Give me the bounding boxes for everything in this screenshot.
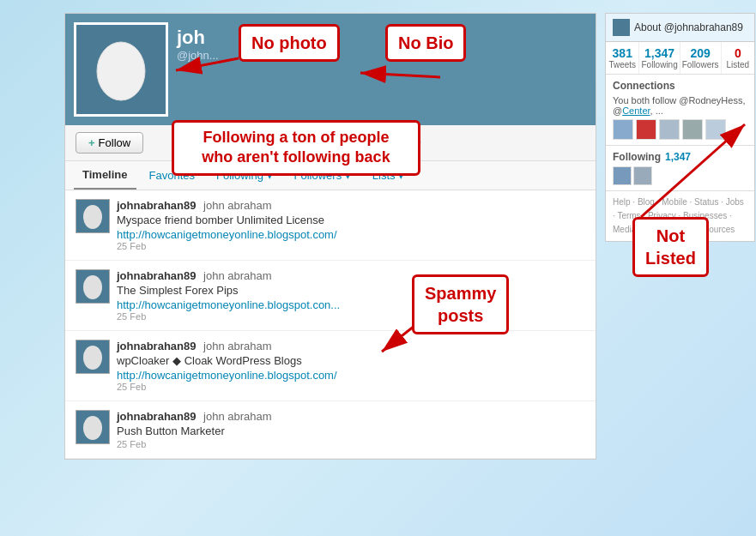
listed-label: Listed: [723, 60, 753, 69]
tweets-label: Tweets: [608, 60, 637, 69]
profile-avatar: [74, 22, 168, 117]
tweet-text: Myspace friend bomber Unlimited License: [117, 214, 585, 226]
tab-timeline[interactable]: Timeline: [74, 161, 136, 190]
following-count: 1,347: [641, 46, 677, 60]
annotation-following-ton: Following a ton of peoplewho aren't foll…: [172, 120, 420, 176]
follow-button[interactable]: + Follow: [76, 132, 143, 154]
tweets-count: 381: [608, 46, 637, 60]
annotation-no-photo: No photo: [239, 24, 340, 62]
svg-point-3: [83, 346, 102, 370]
tweet-link[interactable]: http://howcanigetmoneyonline.blogspot.co…: [117, 228, 585, 241]
conn-avatar-5: [705, 119, 726, 140]
stats-row: 381 Tweets 1,347 Following 209 Followers…: [606, 42, 754, 75]
tweet-content: johnabrahan89 john abraham Push Button M…: [117, 410, 585, 449]
tweet-content: johnabrahan89 john abraham The Simplest …: [117, 269, 585, 322]
tweet-item: johnabrahan89 john abraham wpCloaker ◆ C…: [65, 331, 596, 401]
tweet-avatar: [76, 410, 110, 444]
following-title: Following 1,347: [613, 151, 747, 163]
conn-avatar-4: [682, 119, 703, 140]
tweet-egg-icon: [81, 202, 105, 230]
svg-point-1: [83, 205, 102, 229]
connections-avatars: [613, 119, 747, 140]
followers-count: 209: [682, 46, 719, 60]
svg-point-2: [83, 275, 102, 299]
tweet-link[interactable]: http://howcanigetmoneyonline.blogspot.co…: [117, 298, 585, 311]
tweet-egg-icon: [81, 273, 105, 300]
annotation-spammy: Spammyposts: [412, 274, 509, 334]
tweet-item: johnabrahan89 john abraham Myspace frien…: [65, 190, 596, 261]
tweet-text: Push Button Marketer: [117, 425, 585, 437]
tweet-content: johnabrahan89 john abraham wpCloaker ◆ C…: [117, 340, 585, 392]
annotation-no-bio: No Bio: [385, 24, 466, 62]
tweet-date: 25 Feb: [117, 241, 585, 251]
fol-avatar: [633, 166, 652, 185]
tweet-egg-icon: [81, 343, 105, 370]
stat-listed: 0 Listed: [722, 42, 754, 74]
conn-avatar-2: [636, 119, 656, 140]
following-sidebar-count: 1,347: [665, 151, 691, 163]
tweet-date: 25 Feb: [117, 311, 585, 322]
right-sidebar: About @johnabrahan89 381 Tweets 1,347 Fo…: [605, 13, 755, 242]
connections-title: Connections: [613, 80, 747, 92]
svg-point-0: [97, 42, 145, 100]
twitter-profile-page: joh @john... + Follow Timeline Favorites…: [64, 13, 596, 460]
tweet-date: 25 Feb: [117, 439, 585, 449]
tweet-item: johnabrahan89 john abraham Push Button M…: [65, 401, 596, 459]
stat-followers: 209 Followers: [680, 42, 722, 74]
svg-point-4: [83, 416, 102, 440]
tweet-item: johnabrahan89 john abraham The Simplest …: [65, 261, 596, 331]
egg-avatar-icon: [91, 35, 151, 104]
following-section: Following 1,347: [606, 146, 754, 191]
tweet-avatar: [76, 340, 110, 374]
connections-section: Connections You both follow @RodneyHess,…: [606, 75, 754, 146]
sidebar-about-header: About @johnabrahan89: [606, 14, 754, 42]
tweet-egg-icon: [81, 413, 105, 441]
tweet-content: johnabrahan89 john abraham Myspace frien…: [117, 199, 585, 251]
tweet-meta: johnabrahan89 john abraham: [117, 410, 585, 423]
tweet-text: wpCloaker ◆ Cloak WordPress Blogs: [117, 354, 585, 367]
followers-label: Followers: [682, 60, 719, 69]
tweet-list: johnabrahan89 john abraham Myspace frien…: [65, 190, 596, 459]
tweet-meta: johnabrahan89 john abraham: [117, 269, 585, 282]
tweet-avatar: [76, 199, 110, 233]
about-label: About @johnabrahan89: [634, 21, 743, 33]
tweet-avatar: [76, 269, 110, 304]
tweet-text: The Simplest Forex Pips: [117, 284, 585, 297]
following-label: Following: [641, 60, 677, 69]
tweet-link[interactable]: http://howcanigetmoneyonline.blogspot.co…: [117, 369, 585, 382]
follow-label: Follow: [99, 136, 131, 149]
sidebar-avatar-icon: [613, 19, 630, 36]
connections-text: You both follow @RodneyHess, @Center, ..…: [613, 95, 747, 116]
fol-avatar: [613, 166, 632, 185]
annotation-not-listed: NotListed: [632, 217, 709, 277]
stat-following: 1,347 Following: [639, 42, 680, 74]
tweet-meta: johnabrahan89 john abraham: [117, 340, 585, 352]
stat-tweets: 381 Tweets: [606, 42, 639, 74]
listed-count: 0: [723, 46, 753, 60]
following-avatars: [613, 166, 747, 185]
conn-avatar-1: [613, 119, 633, 140]
conn-avatar-3: [659, 119, 680, 140]
tweet-date: 25 Feb: [117, 382, 585, 392]
tweet-meta: johnabrahan89 john abraham: [117, 199, 585, 212]
plus-icon: +: [88, 136, 95, 149]
